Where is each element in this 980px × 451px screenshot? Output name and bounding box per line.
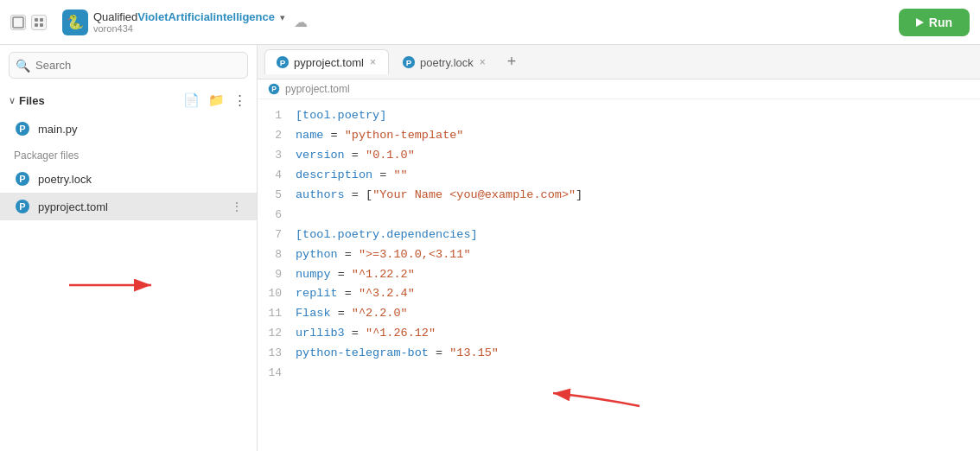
sidebar-item-poetry-lock[interactable]: P poetry.lock: [0, 165, 257, 193]
breadcrumb: pyproject.toml: [285, 83, 350, 95]
line-num-8: 8: [264, 245, 296, 265]
breadcrumb-bar: P pyproject.toml: [258, 79, 980, 99]
window-grid-btn[interactable]: [31, 15, 47, 30]
cloud-icon: ☁: [294, 14, 308, 30]
code-text-4: description = "": [296, 166, 408, 186]
python-file-icon: P: [14, 120, 31, 137]
code-line-1: 1 [tool.poetry]: [258, 106, 980, 126]
svg-text:P: P: [19, 174, 25, 184]
line-num-3: 3: [264, 146, 296, 166]
files-actions: 📄 📁 ⋮: [181, 91, 248, 110]
code-text-13: python-telegram-bot = "13.15": [296, 344, 499, 364]
code-line-14: 14: [258, 364, 980, 384]
code-text-14: [296, 364, 302, 384]
code-text-2: name = "python-template": [296, 126, 463, 146]
code-line-11: 11 Flask = "^2.2.0": [258, 304, 980, 324]
search-icon: 🔍: [16, 59, 30, 73]
titlebar: 🐍 QualifiedVioletArtificialintelligence …: [0, 0, 980, 45]
editor-area: P pyproject.toml × P poetry.lock × + P p…: [258, 45, 980, 451]
main-layout: 🔍 ∨ Files 📄 📁 ⋮ P main.py Packager files: [0, 45, 980, 451]
files-section-label: Files: [19, 94, 45, 107]
line-num-6: 6: [264, 206, 296, 226]
python-file-icon-pyproject: P: [14, 198, 31, 215]
code-text-6: [296, 206, 302, 226]
line-num-9: 9: [264, 265, 296, 285]
sidebar: 🔍 ∨ Files 📄 📁 ⋮ P main.py Packager files: [0, 45, 258, 451]
line-num-13: 13: [264, 344, 296, 364]
titlebar-left: 🐍 QualifiedVioletArtificialintelligence …: [10, 10, 308, 35]
code-text-5: authors = ["Your Name <you@example.com>"…: [296, 186, 582, 206]
packager-section-label: Packager files: [0, 143, 257, 165]
window-square-btn[interactable]: [10, 15, 26, 30]
code-line-6: 6: [258, 206, 980, 226]
code-text-9: numpy = "^1.22.2": [296, 265, 415, 285]
line-num-1: 1: [264, 106, 296, 126]
file-name-pyproject-toml: pyproject.toml: [38, 200, 224, 213]
code-text-1: [tool.poetry]: [296, 106, 386, 126]
file-name-main-py: main.py: [38, 123, 243, 136]
line-num-14: 14: [264, 364, 296, 384]
code-text-3: version = "0.1.0": [296, 146, 415, 166]
code-editor[interactable]: 1 [tool.poetry] 2 name = "python-templat…: [258, 99, 980, 451]
code-line-9: 9 numpy = "^1.22.2": [258, 265, 980, 285]
app-name: QualifiedVioletArtificialintelligence ▾: [93, 10, 285, 23]
code-line-12: 12 urllib3 = "^1.26.12": [258, 324, 980, 344]
code-text-12: urllib3 = "^1.26.12": [296, 324, 436, 344]
code-text-10: replit = "^3.2.4": [296, 284, 415, 304]
code-line-5: 5 authors = ["Your Name <you@example.com…: [258, 186, 980, 206]
code-text-11: Flask = "^2.2.0": [296, 304, 408, 324]
svg-rect-0: [13, 17, 23, 28]
new-folder-icon[interactable]: 📁: [207, 91, 226, 110]
new-file-icon[interactable]: 📄: [181, 91, 201, 110]
code-line-10: 10 replit = "^3.2.4": [258, 284, 980, 304]
tab-label-poetry: poetry.lock: [420, 56, 474, 69]
svg-text:P: P: [19, 124, 25, 134]
run-button[interactable]: Run: [899, 9, 970, 36]
tab-close-poetry[interactable]: ×: [478, 56, 487, 68]
tab-close-pyproject[interactable]: ×: [368, 56, 378, 68]
svg-text:P: P: [19, 201, 25, 212]
code-line-4: 4 description = "": [258, 166, 980, 186]
sidebar-item-pyproject-toml[interactable]: P pyproject.toml ⋮: [0, 193, 257, 220]
app-title: QualifiedVioletArtificialintelligence ▾ …: [93, 10, 285, 34]
app-name-normal: Qualified: [93, 10, 137, 23]
app-user: voron434: [93, 23, 285, 34]
svg-text:P: P: [280, 58, 286, 67]
search-input[interactable]: [9, 52, 248, 79]
search-box[interactable]: 🔍: [9, 52, 248, 79]
svg-text:P: P: [406, 58, 412, 67]
code-line-7: 7 [tool.poetry.dependencies]: [258, 226, 980, 245]
file-name-poetry-lock: poetry.lock: [38, 173, 243, 186]
files-header: ∨ Files 📄 📁 ⋮: [0, 86, 257, 115]
code-text-8: python = ">=3.10.0,<3.11": [296, 245, 471, 265]
app-logo: 🐍: [62, 10, 88, 35]
code-line-8: 8 python = ">=3.10.0,<3.11": [258, 245, 980, 265]
more-icon[interactable]: ⋮: [232, 91, 248, 110]
code-line-3: 3 version = "0.1.0": [258, 146, 980, 166]
tab-label-pyproject: pyproject.toml: [294, 56, 364, 69]
code-text-7: [tool.poetry.dependencies]: [296, 226, 478, 245]
tab-poetry-lock[interactable]: P poetry.lock ×: [391, 49, 499, 74]
line-num-4: 4: [264, 166, 296, 186]
tab-pyproject-toml[interactable]: P pyproject.toml ×: [264, 49, 389, 74]
line-num-2: 2: [264, 126, 296, 146]
tab-add-button[interactable]: +: [500, 53, 524, 71]
line-num-12: 12: [264, 324, 296, 344]
chevron-down-icon[interactable]: ▾: [280, 12, 285, 22]
svg-text:P: P: [271, 85, 277, 93]
app-name-highlight: VioletArtificialintelligence: [137, 10, 275, 23]
run-label: Run: [929, 16, 952, 29]
line-num-11: 11: [264, 304, 296, 324]
python-file-icon-poetry: P: [14, 170, 31, 187]
code-line-13: 13 python-telegram-bot = "13.15": [258, 344, 980, 364]
file-options-icon[interactable]: ⋮: [231, 200, 243, 213]
play-icon: [916, 18, 924, 27]
sidebar-item-main-py[interactable]: P main.py: [0, 115, 257, 143]
tab-bar: P pyproject.toml × P poetry.lock × +: [258, 45, 980, 79]
line-num-10: 10: [264, 284, 296, 304]
chevron-down-files-icon[interactable]: ∨: [9, 95, 16, 106]
code-line-2: 2 name = "python-template": [258, 126, 980, 146]
line-num-7: 7: [264, 226, 296, 245]
line-num-5: 5: [264, 186, 296, 206]
